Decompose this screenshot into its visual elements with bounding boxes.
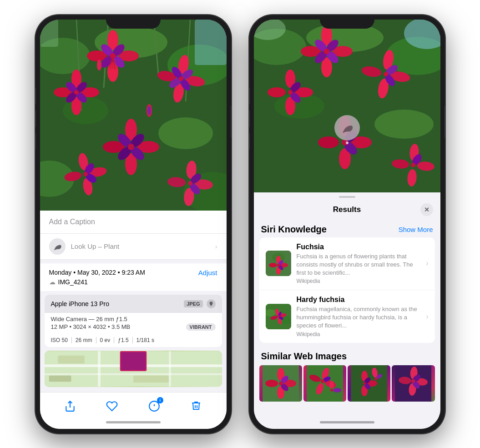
svg-point-154 bbox=[265, 380, 278, 387]
svg-point-110 bbox=[384, 72, 388, 76]
left-phone: Add a Caption Look Up – Plant › Monday •… bbox=[35, 15, 231, 433]
fuchsia-source: Wikipedia bbox=[297, 278, 419, 284]
home-indicator bbox=[106, 421, 161, 423]
caption-placeholder: Add a Caption bbox=[49, 218, 95, 226]
aperture-stat: ƒ1.5 bbox=[114, 337, 132, 343]
svg-point-66 bbox=[188, 181, 192, 186]
svg-point-69 bbox=[97, 60, 101, 70]
fuchsia-desc: Fuchsia is a genus of flowering plants t… bbox=[297, 252, 419, 277]
similar-img-4[interactable] bbox=[392, 365, 435, 402]
results-photo-flowers bbox=[254, 20, 440, 192]
siri-dot bbox=[346, 141, 349, 144]
mp-info: 12 MP • 3024 × 4032 • 3.5 MB bbox=[51, 323, 131, 330]
results-title: Results bbox=[274, 205, 420, 214]
photo-flowers bbox=[40, 20, 227, 211]
adjust-button[interactable]: Adjust bbox=[198, 269, 217, 277]
ev-stat: 0 ev bbox=[96, 337, 115, 343]
svg-point-92 bbox=[374, 110, 434, 139]
lookup-row[interactable]: Look Up – Plant › bbox=[40, 234, 227, 260]
svg-rect-82 bbox=[121, 352, 146, 370]
knowledge-item-hardy[interactable]: Hardy fuchsia Fuchsia magellanica, commo… bbox=[259, 290, 435, 343]
lookup-icon bbox=[49, 238, 66, 255]
siri-button[interactable] bbox=[334, 115, 360, 141]
svg-rect-80 bbox=[49, 375, 71, 382]
similar-img-3[interactable] bbox=[348, 365, 390, 402]
lookup-label: Look Up – Plant bbox=[71, 242, 120, 250]
right-phone: Results ✕ Siri Knowledge Show More bbox=[249, 15, 445, 433]
fuchsia-thumbnail bbox=[266, 251, 291, 276]
svg-point-157 bbox=[279, 382, 283, 385]
svg-point-43 bbox=[179, 76, 183, 81]
photo-info-section: Monday • May 30, 2022 • 9:23 AM Adjust ☁… bbox=[40, 263, 227, 291]
delete-button[interactable] bbox=[187, 397, 205, 415]
svg-point-68 bbox=[147, 106, 151, 115]
photo-date: Monday • May 30, 2022 • 9:23 AM bbox=[49, 269, 145, 276]
similar-images-header: Similar Web Images bbox=[254, 345, 440, 365]
results-header: Results ✕ bbox=[254, 198, 440, 220]
hardy-source: Wikipedia bbox=[297, 331, 419, 337]
info-badge: i bbox=[157, 397, 163, 403]
siri-knowledge-title: Siri Knowledge bbox=[261, 224, 327, 235]
left-phone-screen: Add a Caption Look Up – Plant › Monday •… bbox=[40, 20, 227, 429]
svg-point-59 bbox=[83, 172, 88, 176]
phone-notch bbox=[106, 15, 161, 29]
svg-point-34 bbox=[74, 90, 79, 95]
results-photo-area bbox=[254, 20, 440, 192]
knowledge-item-fuchsia[interactable]: Fuchsia Fuchsia is a genus of flowering … bbox=[259, 237, 435, 291]
show-more-button[interactable]: Show More bbox=[399, 226, 433, 233]
svg-point-136 bbox=[269, 263, 277, 267]
share-button[interactable] bbox=[61, 397, 79, 415]
fuchsia-text: Fuchsia Fuchsia is a genus of flowering … bbox=[297, 243, 419, 285]
info-button[interactable]: i bbox=[145, 397, 163, 415]
camera-section: Apple iPhone 13 Pro JPEG Wide Camera — 2… bbox=[45, 295, 222, 347]
camera-badges: JPEG bbox=[184, 299, 215, 308]
favorite-button[interactable] bbox=[103, 397, 121, 415]
lookup-chevron: › bbox=[215, 243, 217, 250]
svg-point-114 bbox=[268, 87, 286, 97]
svg-point-103 bbox=[324, 49, 329, 54]
results-close-button[interactable]: ✕ bbox=[420, 203, 433, 216]
close-icon: ✕ bbox=[424, 206, 429, 213]
fuchsia-chevron: › bbox=[426, 259, 428, 267]
cloud-icon: ☁ bbox=[49, 278, 56, 286]
knowledge-card: Fuchsia Fuchsia is a genus of flowering … bbox=[259, 237, 435, 343]
camera-detail-row: Wide Camera — 26 mm ƒ1.5 12 MP • 3024 × … bbox=[45, 313, 222, 334]
photo-area[interactable] bbox=[40, 20, 227, 211]
camera-model-row: Apple iPhone 13 Pro JPEG bbox=[45, 295, 222, 313]
location-icon bbox=[207, 299, 216, 308]
svg-point-166 bbox=[333, 388, 341, 393]
format-badge: JPEG bbox=[184, 300, 202, 307]
map-area[interactable] bbox=[45, 351, 222, 387]
results-panel[interactable]: Results ✕ Siri Knowledge Show More bbox=[254, 192, 440, 429]
iso-stat: ISO 50 bbox=[51, 337, 72, 343]
svg-point-117 bbox=[288, 90, 293, 95]
svg-rect-76 bbox=[98, 351, 101, 387]
svg-point-165 bbox=[329, 381, 334, 389]
caption-area[interactable]: Add a Caption bbox=[40, 211, 227, 234]
svg-rect-77 bbox=[169, 351, 171, 387]
svg-rect-79 bbox=[133, 375, 169, 383]
similar-img-1[interactable] bbox=[259, 365, 302, 402]
svg-point-174 bbox=[363, 382, 366, 385]
svg-point-52 bbox=[128, 144, 134, 150]
shutter-stat: 1/181 s bbox=[133, 337, 158, 343]
siri-knowledge-header: Siri Knowledge Show More bbox=[254, 220, 440, 237]
svg-point-177 bbox=[374, 378, 377, 380]
wide-camera-info: Wide Camera — 26 mm ƒ1.5 bbox=[51, 316, 216, 322]
hardy-chevron: › bbox=[426, 312, 428, 321]
map-background bbox=[45, 351, 222, 387]
camera-stats-row: ISO 50 26 mm 0 ev ƒ1.5 1/181 s bbox=[45, 334, 222, 347]
fuchsia-name: Fuchsia bbox=[297, 243, 419, 251]
svg-point-167 bbox=[330, 389, 333, 392]
svg-rect-70 bbox=[195, 20, 227, 65]
mp-info-row: 12 MP • 3024 × 4032 • 3.5 MB VIBRANT bbox=[51, 323, 216, 331]
svg-point-149 bbox=[277, 315, 279, 317]
hardy-text: Hardy fuchsia Fuchsia magellanica, commo… bbox=[297, 296, 419, 337]
vibrant-badge: VIBRANT bbox=[186, 323, 216, 331]
fuchsia-thumb-image bbox=[266, 251, 291, 276]
hardy-thumbnail bbox=[266, 304, 291, 329]
svg-point-185 bbox=[411, 379, 415, 383]
svg-point-5 bbox=[158, 117, 213, 149]
svg-rect-78 bbox=[58, 355, 85, 363]
similar-img-2[interactable] bbox=[303, 365, 346, 402]
